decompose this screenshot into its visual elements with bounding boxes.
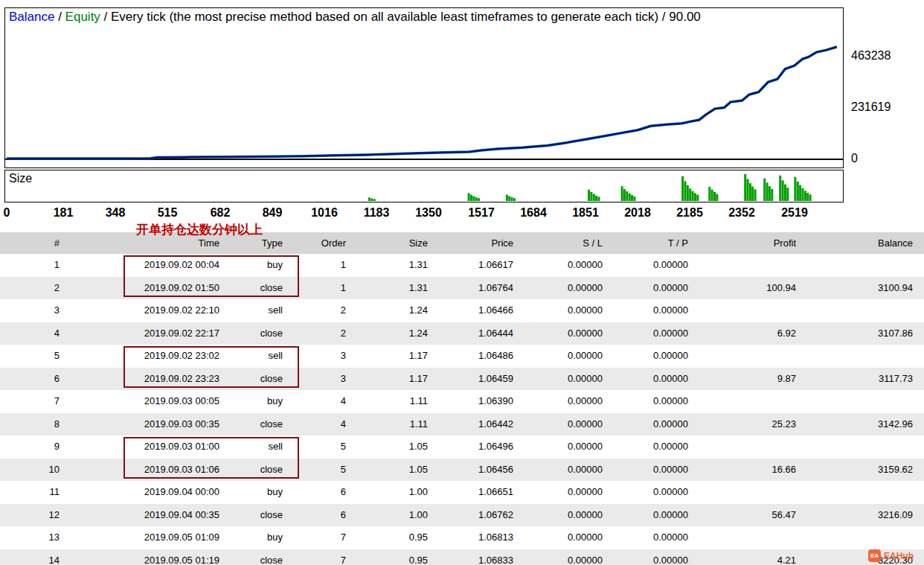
cell-type: buy [227, 481, 290, 504]
cell-num: 3 [0, 299, 67, 322]
cell-order: 3 [290, 368, 353, 391]
x-axis-label: 682 [190, 206, 250, 220]
cell-sl: 0.00000 [521, 504, 610, 527]
cell-time: 2019.09.05 01:09 [67, 526, 227, 549]
title-quality-value: 90.00 [669, 10, 701, 24]
table-row[interactable]: 142019.09.05 01:19close70.951.068330.000… [0, 549, 924, 565]
cell-price: 1.06466 [435, 299, 521, 322]
header-price: Price [435, 232, 521, 254]
cell-time: 2019.09.02 22:10 [67, 299, 227, 322]
x-axis-label: 1016 [295, 206, 354, 220]
cell-time: 2019.09.04 00:00 [67, 481, 227, 504]
cell-num: 7 [0, 390, 67, 413]
table-row[interactable]: 82019.09.03 00:35close41.111.064420.0000… [0, 413, 924, 436]
cell-price: 1.06833 [435, 549, 521, 565]
highlight-box [123, 437, 299, 479]
cell-balance: 3117.73 [803, 368, 920, 391]
size-chart-svg [5, 170, 843, 202]
cell-order: 7 [290, 526, 353, 549]
table-row[interactable]: 42019.09.02 22:17close21.241.064440.0000… [0, 322, 924, 345]
cell-tp: 0.00000 [610, 345, 696, 368]
cell-type: close [227, 322, 290, 345]
cell-num: 2 [0, 277, 67, 300]
table-row[interactable]: 132019.09.05 01:09buy70.951.068130.00000… [0, 526, 924, 549]
eahub-watermark[interactable]: EA EAHub [868, 549, 914, 562]
cell-order: 4 [290, 390, 353, 413]
x-axis-label: 0 [0, 206, 36, 220]
cell-order: 3 [290, 345, 353, 368]
cell-time: 2019.09.05 01:19 [67, 549, 227, 565]
cell-balance: 3142.96 [803, 413, 920, 436]
highlight-box [123, 346, 299, 388]
cell-size: 1.31 [353, 277, 435, 300]
cell-size: 1.24 [353, 299, 435, 322]
cell-num: 5 [0, 345, 67, 368]
cell-size: 1.31 [353, 254, 435, 277]
cell-num: 12 [0, 504, 67, 527]
cell-price: 1.06813 [435, 526, 521, 549]
eahub-label: EAHub [884, 551, 914, 561]
cell-size: 1.05 [353, 459, 435, 482]
cell-profit [696, 390, 803, 413]
x-axis-label: 2185 [660, 206, 719, 220]
cell-profit: 25.23 [696, 413, 803, 436]
eahub-icon: EA [868, 549, 881, 562]
cell-balance [803, 345, 920, 368]
table-row[interactable]: 32019.09.02 22:10sell21.241.064660.00000… [0, 299, 924, 322]
cell-tp: 0.00000 [610, 549, 696, 565]
cell-time: 2019.09.03 00:35 [67, 413, 227, 436]
cell-balance [803, 299, 920, 322]
cell-order: 1 [290, 277, 353, 300]
cell-sl: 0.00000 [521, 549, 610, 565]
cell-profit [696, 526, 803, 549]
trades-table-body: 12019.09.02 00:04buy11.311.066170.000000… [0, 254, 924, 565]
cell-sl: 0.00000 [521, 322, 610, 345]
cell-type: buy [227, 390, 290, 413]
table-row[interactable]: 112019.09.04 00:00buy61.001.066510.00000… [0, 481, 924, 504]
cell-tp: 0.00000 [610, 322, 696, 345]
cell-profit: 16.66 [696, 459, 803, 482]
cell-profit: 4.21 [696, 549, 803, 565]
cell-num: 10 [0, 459, 67, 482]
cell-type: sell [227, 299, 290, 322]
cell-num: 1 [0, 254, 67, 277]
table-row[interactable]: 72019.09.03 00:05buy41.111.063900.000000… [0, 390, 924, 413]
cell-type: close [227, 549, 290, 565]
cell-num: 11 [0, 481, 67, 504]
cell-size: 0.95 [353, 526, 435, 549]
cell-balance: 3159.62 [803, 459, 920, 482]
cell-type: close [227, 504, 290, 527]
header-size: Size [353, 232, 435, 254]
cell-num: 13 [0, 526, 67, 549]
cell-sl: 0.00000 [521, 277, 610, 300]
cell-size: 1.17 [353, 368, 435, 391]
cell-price: 1.06764 [435, 277, 521, 300]
cell-num: 9 [0, 435, 67, 459]
y-axis-label: 463238 [851, 49, 891, 63]
cell-price: 1.06496 [435, 435, 521, 459]
cell-price: 1.06390 [435, 390, 521, 413]
cell-order: 2 [290, 299, 353, 322]
cell-sl: 0.00000 [521, 435, 610, 459]
cell-size: 1.05 [353, 435, 435, 459]
cell-sl: 0.00000 [521, 390, 610, 413]
cell-size: 1.17 [353, 345, 435, 368]
cell-order: 5 [290, 459, 353, 482]
x-axis-label: 348 [86, 206, 145, 220]
x-axis-label: 1183 [347, 206, 406, 220]
cell-tp: 0.00000 [610, 254, 696, 277]
cell-balance: 3216.09 [803, 504, 920, 527]
cell-tp: 0.00000 [610, 368, 696, 391]
cell-sl: 0.00000 [521, 413, 610, 436]
header-profit: Profit [696, 232, 803, 254]
cell-tp: 0.00000 [610, 277, 696, 300]
table-row[interactable]: 122019.09.04 00:35close61.001.067620.000… [0, 504, 924, 527]
cell-profit [696, 345, 803, 368]
cell-tp: 0.00000 [610, 413, 696, 436]
cell-sl: 0.00000 [521, 368, 610, 391]
cell-sl: 0.00000 [521, 254, 610, 277]
balance-chart-panel: Balance / Equity / Every tick (the most … [4, 7, 844, 168]
cell-tp: 0.00000 [610, 504, 696, 527]
y-axis: 0231619463238 [851, 7, 922, 168]
cell-price: 1.06442 [435, 413, 521, 436]
